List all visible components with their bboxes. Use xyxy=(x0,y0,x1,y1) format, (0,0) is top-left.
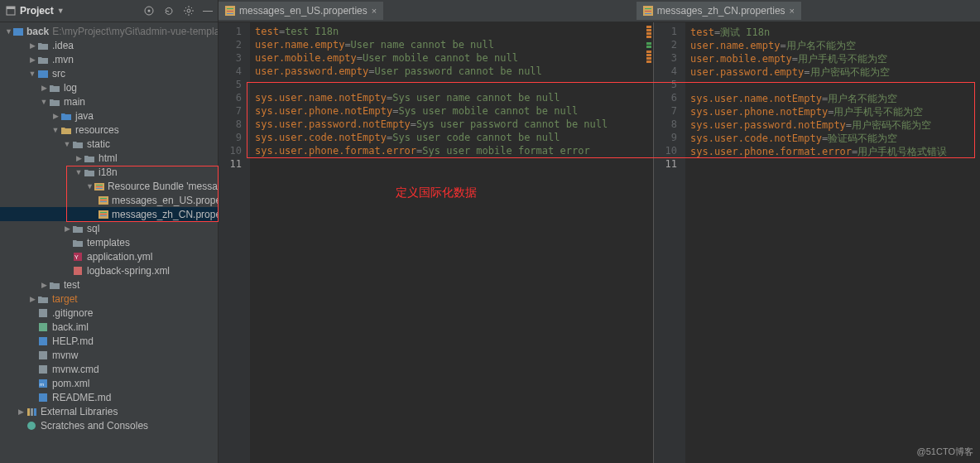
tab-en-us[interactable]: messages_en_US.properties × xyxy=(219,2,383,20)
svg-point-4 xyxy=(187,9,190,12)
dir-icon xyxy=(36,55,50,65)
tree-item-target[interactable]: ▶target xyxy=(0,292,218,306)
project-title-icon xyxy=(5,5,17,17)
tab-zh-cn[interactable]: messages_zh_CN.properties × xyxy=(637,2,801,20)
svg-rect-29 xyxy=(39,393,47,402)
project-sidebar: Project ▼ — ▼backE:\myProject\myGit\admi… xyxy=(0,0,219,463)
tree-item-test[interactable]: ▶test xyxy=(0,277,218,292)
svg-rect-39 xyxy=(645,8,651,9)
minimize-icon[interactable]: — xyxy=(203,5,213,17)
tree-item-templates[interactable]: templates xyxy=(0,235,218,249)
tree-item-logback-spring-xml[interactable]: logback-spring.xml xyxy=(0,263,218,277)
annotation-box-code xyxy=(247,82,975,158)
editor-area: messages_en_US.properties × messages_zh_… xyxy=(219,0,980,463)
tree-item--gitignore[interactable]: .gitignore xyxy=(0,306,218,320)
tree-item-application-yml[interactable]: Yapplication.yml xyxy=(0,249,218,263)
mod-icon xyxy=(36,69,50,79)
tab-label-left: messages_en_US.properties xyxy=(239,5,368,17)
svg-rect-22 xyxy=(39,309,47,317)
refresh-icon[interactable] xyxy=(163,5,175,17)
code-line[interactable]: user.password.empty=用户密码不能为空 xyxy=(690,65,947,79)
tree-item--mvn[interactable]: ▶.mvn xyxy=(0,52,218,66)
svg-rect-21 xyxy=(74,267,82,275)
svg-rect-37 xyxy=(227,13,233,14)
line-number: 11 xyxy=(654,158,685,171)
svg-rect-5 xyxy=(13,28,23,36)
tree-item-back-iml[interactable]: back.iml xyxy=(0,320,218,334)
svg-point-3 xyxy=(148,10,151,12)
code-line[interactable]: user.name.empty=用户名不能为空 xyxy=(690,39,947,52)
line-number: 11 xyxy=(219,158,250,171)
svg-text:Y: Y xyxy=(74,254,79,260)
project-tree[interactable]: ▼backE:\myProject\myGit\admin-vue-templa… xyxy=(0,22,218,463)
code-line[interactable]: test=测试 I18n xyxy=(690,26,947,39)
svg-rect-41 xyxy=(645,13,651,14)
props-file-icon xyxy=(643,6,653,16)
line-number: 1 xyxy=(654,26,685,39)
dir-icon xyxy=(71,224,84,234)
dropdown-icon[interactable]: ▼ xyxy=(57,7,65,15)
watermark-text: @51CTO博客 xyxy=(917,446,973,458)
line-number: 2 xyxy=(219,39,250,52)
svg-rect-35 xyxy=(227,8,233,9)
tree-item-resources[interactable]: ▼resources xyxy=(0,123,218,137)
code-line[interactable]: user.mobile.empty=用户手机号不能为空 xyxy=(690,52,947,65)
code-line[interactable]: user.password.empty=User password cannot… xyxy=(255,65,608,79)
line-number: 3 xyxy=(654,52,685,65)
tree-item--idea[interactable]: ▶.idea xyxy=(0,38,218,52)
close-icon[interactable]: × xyxy=(790,6,795,16)
tree-item-pom-xml[interactable]: mpom.xml xyxy=(0,376,218,390)
res-icon xyxy=(60,125,73,135)
gear-icon[interactable] xyxy=(183,5,195,17)
code-line[interactable]: user.mobile.empty=User mobile cannot be … xyxy=(255,52,608,65)
close-icon[interactable]: × xyxy=(372,6,377,16)
svg-point-33 xyxy=(27,422,36,430)
project-toolbar: Project ▼ — xyxy=(0,0,218,22)
line-number: 10 xyxy=(219,145,250,158)
code-line[interactable]: test=test I18n xyxy=(255,26,608,39)
scratch-icon xyxy=(25,421,38,431)
code-line[interactable]: user.name.empty=User name cannot be null xyxy=(255,39,608,52)
dir-icon xyxy=(36,41,50,51)
code-line[interactable] xyxy=(255,158,608,171)
annotation-text: 定义国际化数据 xyxy=(396,186,477,200)
svg-rect-31 xyxy=(31,408,33,416)
dir-icon xyxy=(48,97,61,107)
props-file-icon xyxy=(225,6,235,16)
tree-item-html[interactable]: ▶html xyxy=(0,151,218,165)
dir-icon xyxy=(71,139,84,149)
dir-icon xyxy=(48,83,61,93)
svg-rect-36 xyxy=(227,11,233,12)
svg-rect-26 xyxy=(39,365,47,374)
tree-item-External-Libraries[interactable]: ▶External Libraries xyxy=(0,404,218,418)
tree-item-README-md[interactable]: README.md xyxy=(0,390,218,404)
dir-icon xyxy=(83,153,96,163)
tree-item-log[interactable]: ▶log xyxy=(0,80,218,94)
tree-item-sql[interactable]: ▶sql xyxy=(0,221,218,235)
tree-item-src[interactable]: ▼src xyxy=(0,66,218,80)
md-icon xyxy=(36,393,50,403)
iml-icon xyxy=(36,322,50,332)
svg-text:m: m xyxy=(40,382,44,387)
lib-icon xyxy=(25,407,38,417)
yml-icon: Y xyxy=(71,252,84,262)
tab-label-right: messages_zh_CN.properties xyxy=(657,5,785,17)
tree-item-mvnw[interactable]: mvnw xyxy=(0,348,218,362)
tree-root[interactable]: ▼backE:\myProject\myGit\admin-vue-templa… xyxy=(0,24,218,38)
gutter-left: 1234567891011 xyxy=(219,22,250,463)
svg-rect-23 xyxy=(39,323,47,331)
tree-item-Scratches-and-Consoles[interactable]: Scratches and Consoles xyxy=(0,418,218,432)
svg-rect-32 xyxy=(34,408,36,416)
tree-item-HELP-md[interactable]: HELP.md xyxy=(0,334,218,348)
src-icon xyxy=(60,111,73,121)
tree-item-java[interactable]: ▶java xyxy=(0,109,218,123)
tree-item-static[interactable]: ▼static xyxy=(0,137,218,151)
code-line[interactable] xyxy=(690,158,947,171)
line-number: 4 xyxy=(654,65,685,79)
tree-item-mvnw-cmd[interactable]: mvnw.cmd xyxy=(0,362,218,376)
project-title[interactable]: Project xyxy=(20,5,54,17)
svg-rect-24 xyxy=(39,337,47,345)
tree-item-main[interactable]: ▼main xyxy=(0,94,218,109)
dir-icon xyxy=(36,294,50,304)
target-icon[interactable] xyxy=(143,5,155,17)
